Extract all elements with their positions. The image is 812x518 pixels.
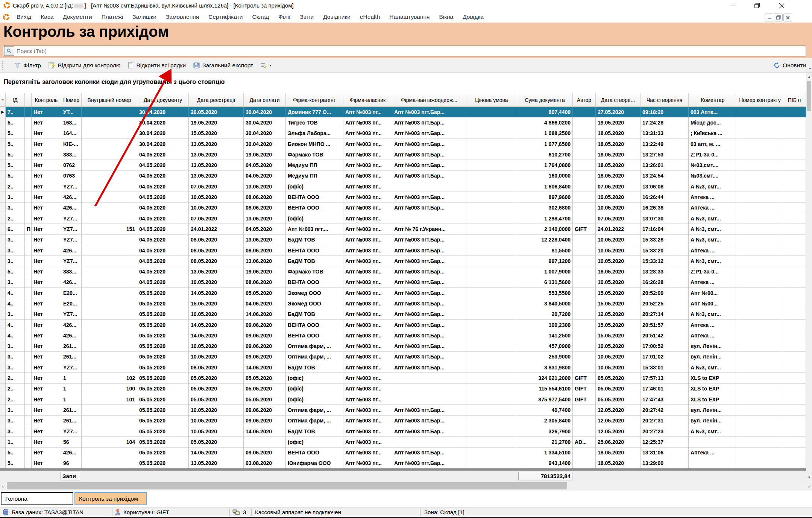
table-row[interactable]: 3..НетYZ7...04.05.202008.05.202013.06.20…: [0, 256, 806, 266]
table-row[interactable]: 3..Нет261...05.05.202010.05.202009.06.20…: [0, 416, 806, 426]
table-row[interactable]: 3..Нет261...05.05.202010.05.202009.06.20…: [0, 341, 806, 352]
table-row[interactable]: 5..Нет9605.05.202013.05.202003.08.2020Юн…: [0, 458, 806, 469]
table-row[interactable]: 5..Нет426...05.05.202014.05.202009.06.20…: [0, 448, 806, 458]
column-header-created-time[interactable]: Час створення: [640, 93, 689, 107]
horizontal-scrollbar[interactable]: ‹ ›: [0, 482, 812, 491]
cell-contract: [737, 298, 783, 309]
table-row[interactable]: 4..Нет426...05.05.202014.05.202009.06.20…: [0, 330, 806, 341]
menu-item-13[interactable]: Вікна: [439, 14, 453, 20]
scroll-up-icon[interactable]: ▲: [806, 73, 812, 80]
column-header-contract[interactable]: Номер контракту: [737, 93, 783, 107]
menu-item-14[interactable]: Довідка: [463, 14, 484, 20]
menu-item-11[interactable]: eHealth: [360, 14, 380, 20]
table-row[interactable]: 6..ПНетYZ7...15104.05.202024.01.202204.0…: [0, 224, 806, 234]
table-row[interactable]: 5..НетKIE-...30.04.202013.05.202030.04.2…: [0, 139, 806, 149]
table-row[interactable]: ▶7..НетУТ...30.04.202026.05.202030.04.20…: [0, 107, 806, 117]
table-row[interactable]: 3..Нет261...05.05.202010.05.202009.06.20…: [0, 352, 806, 362]
table-row[interactable]: 4..НетE20...05.05.202014.05.202005.05.20…: [0, 288, 806, 298]
menu-item-4[interactable]: Залишки: [132, 14, 156, 20]
cell-id: 7..: [6, 107, 25, 117]
table-row[interactable]: 2..Нет110105.05.202005.05.202005.05.2020…: [0, 394, 806, 405]
column-header-sum[interactable]: Сума документа: [517, 93, 573, 107]
menu-item-1[interactable]: Каса: [41, 14, 53, 20]
column-header-comment[interactable]: Коментар: [689, 93, 737, 107]
vertical-scrollbar[interactable]: ▲ ▼: [806, 73, 812, 482]
restore-button[interactable]: [748, 0, 766, 11]
tab-kontrol-za-prykhidom[interactable]: Контроль за прихідом: [74, 492, 147, 505]
column-header-pay-date[interactable]: Дата оплати: [244, 93, 286, 107]
table-row[interactable]: 2..НетYZ7...04.05.202007.05.202013.06.20…: [0, 213, 806, 224]
scroll-right-icon[interactable]: ›: [806, 482, 812, 491]
table-row[interactable]: 5..Нет168...30.04.202019.05.202030.04.20…: [0, 117, 806, 128]
column-header-reg-date[interactable]: Дата реєстрації: [189, 93, 244, 107]
mdi-restore-button[interactable]: [774, 14, 783, 21]
column-header-created-date[interactable]: Дата створе...: [596, 93, 640, 107]
list-options-button[interactable]: ▾: [261, 62, 271, 68]
column-header-price-cond[interactable]: Цінова умова: [466, 93, 517, 107]
column-header-author[interactable]: Автор: [573, 93, 596, 107]
table-row[interactable]: 3..НетYZ7...05.05.202010.05.202014.06.20…: [0, 309, 806, 320]
table-row[interactable]: 3..Нет261...05.05.202010.05.202009.06.20…: [0, 405, 806, 415]
column-header-owner[interactable]: Фірма-власник: [343, 93, 392, 107]
table-row[interactable]: 3..Нет426...04.05.202010.05.202008.06.20…: [0, 192, 806, 202]
column-header-doc-date[interactable]: Дата документу: [137, 93, 189, 107]
menu-item-8[interactable]: Філії: [278, 14, 290, 20]
table-row[interactable]: 5..Нет076204.05.202013.05.202004.05.2020…: [0, 160, 806, 170]
horizontal-scroll-thumb[interactable]: [7, 482, 567, 489]
table-row[interactable]: 4..НетE20...05.05.202015.05.202004.06.20…: [0, 298, 806, 309]
menu-item-10[interactable]: Довідники: [323, 14, 351, 20]
group-by-panel[interactable]: Перетягніть заголовок колонки сюди для у…: [0, 73, 812, 93]
column-header-id[interactable]: ІД: [6, 93, 25, 107]
menu-item-6[interactable]: Сертифікати: [208, 14, 243, 20]
column-header-number[interactable]: Номер: [61, 93, 82, 107]
menu-item-2[interactable]: Документи: [63, 14, 92, 20]
table-row[interactable]: 5..Нет164...30.04.202015.05.202030.04.20…: [0, 128, 806, 139]
mdi-minimize-button[interactable]: [765, 14, 773, 21]
table-row[interactable]: 5..Нет383...04.05.202013.05.202019.06.20…: [0, 266, 806, 277]
scroll-left-icon[interactable]: ‹: [0, 482, 6, 491]
column-header-internal-number[interactable]: Внутрішній номер: [82, 93, 137, 107]
open-for-control-button[interactable]: Відкрити для контролю: [49, 62, 121, 69]
search-icon[interactable]: [4, 46, 14, 56]
table-row[interactable]: 3..НетYZ7...04.05.202008.05.202013.06.20…: [0, 235, 806, 245]
table-row[interactable]: 1..Нет5610405.05.202005.05.2020(офіс)Апт…: [0, 437, 806, 447]
mdi-close-button[interactable]: [783, 14, 792, 21]
table-row[interactable]: 2..Нет110005.05.202005.05.202005.05.2020…: [0, 384, 806, 394]
menu-item-0[interactable]: Вихід: [17, 14, 31, 20]
table-row[interactable]: 3..Нет426...04.05.202010.05.202008.06.20…: [0, 277, 806, 288]
search-input[interactable]: [14, 47, 806, 55]
grid-corner-icon[interactable]: ≡: [0, 93, 6, 107]
table-row[interactable]: 2..Нет110205.05.202005.05.202005.05.2020…: [0, 373, 806, 383]
minimize-button[interactable]: [725, 0, 742, 11]
cell-number: YZ7...: [61, 235, 82, 245]
table-row[interactable]: 4..Нет426...05.05.202014.05.202009.06.20…: [0, 320, 806, 330]
menu-item-7[interactable]: Склад: [252, 14, 269, 20]
toolbar-grip[interactable]: [2, 61, 3, 70]
column-header-consignee[interactable]: Фірма-вантажоодерж...: [392, 93, 466, 107]
table-row[interactable]: 3..Нет426...04.05.202010.05.202008.06.20…: [0, 203, 806, 213]
close-button[interactable]: [773, 0, 790, 11]
menu-item-12[interactable]: Налаштування: [389, 14, 430, 20]
table-row[interactable]: 5..Нет383...04.05.202013.05.202019.06.20…: [0, 149, 806, 160]
toolbar-overflow-chevron[interactable]: ▾: [809, 67, 811, 70]
column-header-control[interactable]: Контроль: [32, 93, 61, 107]
column-header-contragent[interactable]: Фірма-контрагент: [286, 93, 343, 107]
column-header-pib[interactable]: ПІБ п: [783, 93, 806, 107]
table-row[interactable]: 3..НетYZ7...05.05.202010.05.202014.06.20…: [0, 426, 806, 437]
row-indicator: [0, 245, 6, 256]
table-row[interactable]: 3..Нет426...04.05.202008.05.202008.06.20…: [0, 245, 806, 256]
column-header-flag[interactable]: [25, 93, 32, 107]
open-all-rows-button[interactable]: Відкрити всі рядки: [128, 62, 186, 69]
menu-item-5[interactable]: Замовлення: [166, 14, 199, 20]
menu-item-9[interactable]: Звіти: [300, 14, 314, 20]
general-export-button[interactable]: Загальний експорт: [193, 62, 253, 69]
filter-button[interactable]: Фільтр: [14, 62, 41, 69]
tab-holovna[interactable]: Головна: [1, 492, 73, 505]
table-row[interactable]: 3..НетYZ7...05.05.202008.05.202014.06.20…: [0, 362, 806, 373]
refresh-button[interactable]: Оновити: [774, 58, 806, 72]
menu-item-3[interactable]: Платежі: [102, 14, 123, 20]
table-row[interactable]: 2..НетYZ7...04.05.202007.05.202013.06.20…: [0, 181, 806, 192]
vertical-scroll-thumb[interactable]: [807, 81, 811, 111]
table-row[interactable]: 5..Нет076304.05.202013.05.202004.05.2020…: [0, 171, 806, 181]
scroll-down-icon[interactable]: ▼: [806, 474, 812, 481]
